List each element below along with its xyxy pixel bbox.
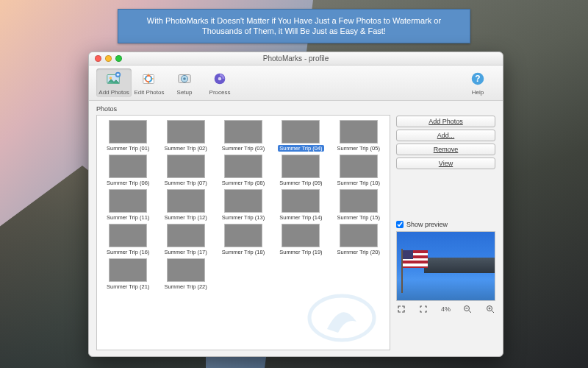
toolbar-label: Edit Photos xyxy=(135,89,165,96)
add-more-button[interactable]: Add... xyxy=(396,130,495,141)
photo-thumb[interactable]: Summer Trip (20) xyxy=(332,224,385,255)
show-preview-label: Show preview xyxy=(406,221,448,228)
toolbar-process[interactable]: Process xyxy=(202,68,237,97)
thumb-caption: Summer Trip (01) xyxy=(107,145,149,152)
toolbar-edit-photos[interactable]: Edit Photos xyxy=(132,68,167,97)
thumb-caption: Summer Trip (08) xyxy=(222,180,265,186)
photo-thumb[interactable]: Summer Trip (11) xyxy=(101,189,154,221)
view-button[interactable]: View xyxy=(396,158,495,169)
thumb-image xyxy=(167,258,205,282)
thumb-caption: Summer Trip (05) xyxy=(337,145,380,152)
add-photos-icon xyxy=(105,70,123,88)
show-preview-input[interactable] xyxy=(396,221,404,228)
thumb-image xyxy=(224,224,262,247)
edit-photos-icon xyxy=(140,70,158,88)
thumb-caption: Summer Trip (16) xyxy=(107,249,149,255)
thumb-image xyxy=(340,155,378,178)
svg-point-8 xyxy=(183,77,186,80)
photo-thumb[interactable]: Summer Trip (16) xyxy=(101,224,154,255)
preview-pane xyxy=(396,231,495,301)
help-icon: ? xyxy=(469,70,487,88)
thumb-image xyxy=(282,224,320,247)
toolbar-help[interactable]: ? Help xyxy=(460,68,495,97)
thumb-image xyxy=(224,120,262,144)
photo-thumb[interactable]: Summer Trip (17) xyxy=(159,224,212,255)
photo-thumb[interactable]: Summer Trip (06) xyxy=(101,155,154,186)
photo-thumb[interactable]: Summer Trip (07) xyxy=(159,155,212,186)
thumb-caption: Summer Trip (19) xyxy=(279,249,322,255)
add-photos-button[interactable]: Add Photos xyxy=(396,116,495,127)
thumb-caption: Summer Trip (14) xyxy=(279,214,322,221)
watermark-logo xyxy=(301,292,382,344)
thumb-caption: Summer Trip (04) xyxy=(278,145,323,152)
toolbar-setup[interactable]: Setup xyxy=(167,68,202,97)
thumb-caption: Summer Trip (18) xyxy=(222,249,265,255)
process-icon xyxy=(211,70,229,88)
zoom-fit-icon[interactable] xyxy=(396,304,406,314)
thumb-caption: Summer Trip (07) xyxy=(164,180,207,186)
toolbar-add-photos[interactable]: Add Photos xyxy=(96,68,132,97)
thumb-image xyxy=(109,189,147,213)
thumb-caption: Summer Trip (15) xyxy=(337,214,380,221)
thumb-caption: Summer Trip (20) xyxy=(337,249,380,255)
thumb-image xyxy=(224,155,262,178)
photo-thumb[interactable]: Summer Trip (19) xyxy=(274,224,327,255)
thumb-image xyxy=(340,120,378,144)
thumb-image xyxy=(109,224,147,247)
photo-thumb[interactable]: Summer Trip (14) xyxy=(274,189,327,221)
photo-thumb[interactable]: Summer Trip (01) xyxy=(101,120,154,152)
toolbar-label: Process xyxy=(209,89,231,96)
titlebar[interactable]: PhotoMarks - profile xyxy=(89,52,503,66)
zoom-level: 4% xyxy=(441,305,451,313)
svg-point-10 xyxy=(218,77,222,81)
show-preview-checkbox[interactable]: Show preview xyxy=(396,221,495,228)
thumb-image xyxy=(167,120,205,144)
remove-button[interactable]: Remove xyxy=(396,144,495,155)
toolbar-label: Add Photos xyxy=(98,89,129,96)
thumb-caption: Summer Trip (09) xyxy=(279,180,322,186)
zoom-out-icon[interactable] xyxy=(462,304,473,314)
toolbar-label: Setup xyxy=(177,89,193,96)
thumb-image xyxy=(340,189,378,213)
photo-grid[interactable]: Summer Trip (01)Summer Trip (02)Summer T… xyxy=(96,115,390,350)
thumb-image xyxy=(109,155,147,178)
thumb-caption: Summer Trip (02) xyxy=(164,145,207,152)
thumb-image xyxy=(109,258,147,282)
photo-thumb[interactable]: Summer Trip (05) xyxy=(332,120,385,152)
zoom-in-icon[interactable] xyxy=(485,304,495,314)
thumb-caption: Summer Trip (10) xyxy=(337,180,380,186)
photo-thumb[interactable]: Summer Trip (13) xyxy=(217,189,270,221)
thumb-caption: Summer Trip (17) xyxy=(164,249,207,255)
photo-thumb[interactable]: Summer Trip (10) xyxy=(332,155,385,186)
photo-thumb[interactable]: Summer Trip (03) xyxy=(217,120,270,152)
photo-thumb[interactable]: Summer Trip (21) xyxy=(101,258,154,290)
right-panel: Add Photos Add... Remove View Show previ… xyxy=(396,105,495,350)
flag-icon xyxy=(401,249,432,293)
toolbar-label: Help xyxy=(472,89,484,96)
photo-thumb[interactable]: Summer Trip (04) xyxy=(274,120,327,152)
window-title: PhotoMarks - profile xyxy=(89,54,503,63)
thumb-image xyxy=(282,155,320,178)
thumb-image xyxy=(167,224,205,247)
photo-thumb[interactable]: Summer Trip (09) xyxy=(274,155,327,186)
app-window: PhotoMarks - profile Add Photos Edit Pho… xyxy=(88,52,503,357)
thumb-caption: Summer Trip (06) xyxy=(107,180,149,186)
photo-thumb[interactable]: Summer Trip (18) xyxy=(217,224,270,255)
zoom-actual-icon[interactable] xyxy=(418,304,429,314)
thumb-caption: Summer Trip (11) xyxy=(107,214,149,221)
photos-section-label: Photos xyxy=(96,105,390,113)
svg-text:?: ? xyxy=(475,74,480,84)
thumb-image xyxy=(224,189,262,213)
thumb-image xyxy=(340,224,378,247)
thumb-image xyxy=(109,120,147,144)
photo-thumb[interactable]: Summer Trip (15) xyxy=(332,189,385,221)
thumb-caption: Summer Trip (13) xyxy=(222,214,265,221)
photo-thumb[interactable]: Summer Trip (12) xyxy=(159,189,212,221)
photo-thumb[interactable]: Summer Trip (08) xyxy=(217,155,270,186)
photo-thumb[interactable]: Summer Trip (02) xyxy=(159,120,212,152)
thumb-image xyxy=(282,189,320,213)
thumb-caption: Summer Trip (12) xyxy=(164,214,207,221)
photo-thumb[interactable]: Summer Trip (22) xyxy=(159,258,212,290)
thumb-caption: Summer Trip (21) xyxy=(107,283,149,290)
thumb-image xyxy=(167,155,205,178)
